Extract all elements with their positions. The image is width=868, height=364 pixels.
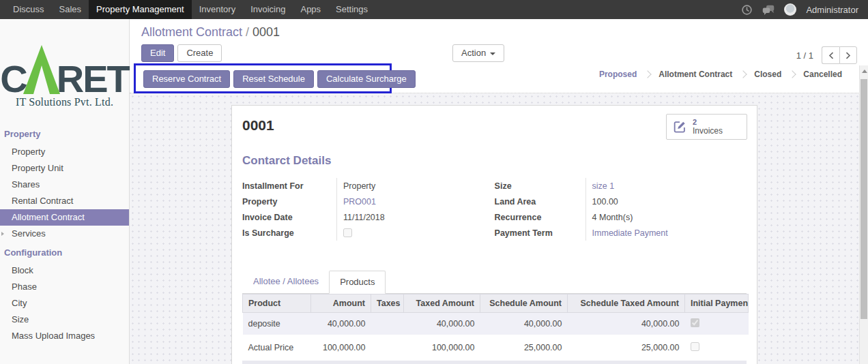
field-label: Size [495, 178, 585, 194]
logo-caret-icon [20, 41, 63, 96]
field-value: Property [336, 178, 480, 194]
products-table: Product Amount Taxes Taxed Amount Schedu… [242, 294, 749, 361]
column-header-taxes: Taxes [371, 294, 404, 313]
main-area: Allotment Contract/0001 Edit Create Acti… [130, 19, 868, 364]
activities-clock-icon[interactable] [740, 3, 753, 16]
cell-amount: 100,000.00 [311, 336, 371, 360]
tab-allotee[interactable]: Allotee / Allotees [243, 271, 329, 293]
sidebar-item-city[interactable]: City [0, 295, 129, 312]
reset-schedule-button[interactable]: Reset Schedule [233, 70, 314, 88]
breadcrumb-separator: / [242, 25, 252, 39]
size-link[interactable]: size 1 [592, 181, 615, 191]
status-proposed[interactable]: Proposed [592, 70, 644, 79]
invoices-stat-button[interactable]: 2 Invoices [666, 114, 747, 140]
user-menu[interactable]: Administrator [806, 5, 858, 15]
edit-pencil-icon [672, 119, 687, 134]
breadcrumb: Allotment Contract/0001 [141, 25, 280, 40]
cell-schedule-amount: 25,000.00 [480, 336, 568, 360]
sidebar-item-property[interactable]: Property [0, 144, 129, 160]
pager-count: 1 / 1 [796, 50, 813, 61]
edit-button[interactable]: Edit [141, 44, 174, 62]
sidebar-item-rental-contract[interactable]: Rental Contract [0, 193, 129, 209]
create-button[interactable]: Create [177, 44, 222, 62]
field-label: Invoice Date [242, 209, 336, 225]
pager-previous-button[interactable] [822, 46, 839, 64]
form-sheet: 2 Invoices 0001 Contarct Details Install… [231, 105, 757, 364]
column-header-taxed-amount: Taxed Amount [404, 294, 480, 313]
action-dropdown-button[interactable]: Action [452, 44, 504, 62]
table-row[interactable]: Actual Price 100,000.00 100,000.00 25,00… [243, 336, 749, 360]
sidebar-item-allotment-contract[interactable]: Allotment Contract [0, 209, 129, 226]
field-is-surcharge: Is Surcharge [242, 225, 480, 241]
breadcrumb-parent-link[interactable]: Allotment Contract [141, 25, 242, 39]
payment-term-link[interactable]: Immediate Payment [592, 228, 668, 238]
control-panel: Allotment Contract/0001 Edit Create Acti… [130, 19, 868, 93]
sidebar-item-phase[interactable]: Phase [0, 279, 129, 295]
status-allotment-contract[interactable]: Allotment Contract [651, 70, 740, 79]
invoices-label: Invoices [693, 127, 723, 136]
statusbar: Proposed Allotment Contract Closed Cance… [592, 70, 850, 79]
sidebar-item-property-unit[interactable]: Property Unit [0, 160, 129, 177]
field-value: 4 Month(s) [585, 209, 747, 225]
nav-item-sales[interactable]: Sales [52, 0, 89, 19]
column-header-schedule-amount: Schedule Amount [480, 294, 568, 313]
action-label: Action [461, 48, 486, 58]
logo-wordmark: C RET [0, 40, 129, 95]
top-nav: Discuss Sales Property Management Invent… [0, 0, 868, 19]
cell-taxed-amount: 40,000.00 [404, 313, 480, 336]
cell-taxes [371, 313, 404, 336]
field-installment-for: Installment For Property [242, 178, 480, 194]
sidebar-item-shares[interactable]: Shares [0, 177, 129, 193]
field-label: Installment For [242, 178, 336, 194]
initial-payment-checkbox [691, 318, 699, 327]
user-avatar[interactable] [784, 3, 796, 16]
breadcrumb-current: 0001 [252, 25, 280, 39]
nav-item-invoicing[interactable]: Invoicing [243, 0, 293, 19]
sidebar-item-size[interactable]: Size [0, 312, 129, 328]
calculate-surcharge-button[interactable]: Calculate Surcharge [317, 70, 416, 88]
company-logo: C RET IT Solutions Pvt. Ltd. [0, 40, 129, 108]
sidebar-item-mass-upload-images[interactable]: Mass Upload Images [0, 328, 129, 344]
field-label: Payment Term [495, 225, 585, 241]
field-invoice-date: Invoice Date 11/11/2018 [242, 209, 480, 225]
sidebar-item-services[interactable]: Services [0, 226, 129, 242]
table-row[interactable]: deposite 40,000.00 40,000.00 40,000.00 4… [243, 313, 749, 336]
nav-item-settings[interactable]: Settings [328, 0, 375, 19]
field-size: Size size 1 [495, 178, 747, 194]
nav-item-apps[interactable]: Apps [293, 0, 328, 19]
field-label: Recurrence [495, 209, 585, 225]
scrollbar-thumb[interactable] [860, 79, 867, 319]
reserve-contract-button[interactable]: Reserve Contract [143, 70, 230, 88]
status-cancelled[interactable]: Cancelled [796, 70, 850, 79]
cell-taxes [371, 336, 404, 360]
vertical-scrollbar[interactable] [859, 65, 868, 364]
scroll-up-arrow-icon[interactable] [862, 70, 867, 73]
details-right-column: Size size 1 Land Area 100.00 Recurrence … [495, 178, 747, 241]
annotation-highlight-box: Reserve Contract Reset Schedule Calculat… [134, 63, 392, 93]
status-closed[interactable]: Closed [747, 70, 789, 79]
nav-item-discuss[interactable]: Discuss [5, 0, 52, 19]
sidebar-item-block[interactable]: Block [0, 262, 129, 279]
messages-icon[interactable] [762, 3, 775, 16]
tab-products[interactable]: Products [329, 271, 386, 294]
field-property: Property PRO001 [242, 194, 480, 209]
field-payment-term: Payment Term Immediate Payment [495, 225, 747, 241]
pager-next-button[interactable] [839, 46, 857, 64]
sidebar-item-label: Services [12, 228, 46, 239]
sidebar-menu: Property Property Property Unit Shares R… [0, 123, 129, 344]
nav-item-property-management[interactable]: Property Management [89, 0, 192, 19]
edit-create-buttons: Edit Create [141, 44, 222, 62]
logo-subtitle: IT Solutions Pvt. Ltd. [0, 96, 129, 108]
nav-item-inventory[interactable]: Inventory [192, 0, 243, 19]
contract-details-grid: Installment For Property Property PRO001… [242, 178, 747, 241]
contract-details-heading: Contarct Details [242, 154, 747, 168]
field-label: Land Area [495, 194, 585, 209]
cell-schedule-amount: 40,000.00 [480, 313, 568, 336]
property-link[interactable]: PRO001 [343, 197, 376, 207]
menu-header-configuration: Configuration [0, 242, 129, 262]
cell-amount: 40,000.00 [311, 313, 371, 336]
cell-schedule-taxed-amount: 40,000.00 [568, 313, 685, 336]
cell-schedule-taxed-amount: 25,000.00 [568, 336, 685, 360]
app-window: Discuss Sales Property Management Invent… [0, 0, 868, 364]
main-menu: Discuss Sales Property Management Invent… [0, 0, 375, 19]
